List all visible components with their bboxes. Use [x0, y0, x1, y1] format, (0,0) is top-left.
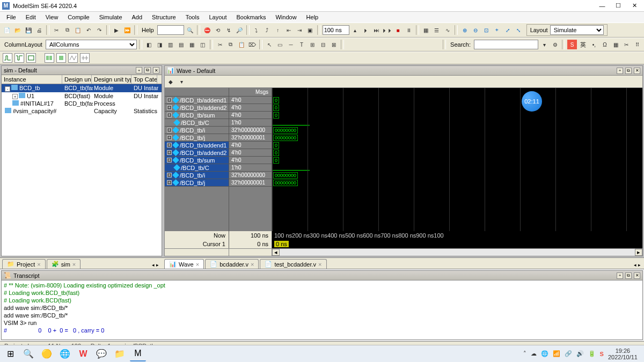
- tab-project[interactable]: 📁Project×: [2, 259, 46, 269]
- signal-row[interactable]: /BCD_tb/C: [165, 164, 229, 172]
- explorer-icon[interactable]: 📁: [112, 346, 128, 361]
- search-opt-icon[interactable]: ⚙: [550, 40, 560, 49]
- tb2-arrow-icon[interactable]: ↖: [265, 40, 274, 49]
- runall-icon[interactable]: ⏭: [372, 25, 382, 35]
- tb2-btn3[interactable]: ▥: [166, 40, 175, 49]
- continue-icon[interactable]: ▣: [305, 25, 315, 35]
- tb2-btn5[interactable]: ▦: [187, 40, 197, 49]
- scroll-track[interactable]: [280, 249, 635, 256]
- undo-icon[interactable]: ↶: [84, 25, 93, 35]
- wave-shape5-icon[interactable]: [56, 53, 66, 63]
- wave-hscroll[interactable]: ◂ ▸: [165, 248, 642, 256]
- close-icon[interactable]: ×: [251, 261, 254, 268]
- wave-tb-btn1[interactable]: ◆: [166, 77, 175, 86]
- expand-icon[interactable]: +: [167, 113, 172, 117]
- tb2-btn9[interactable]: 📋: [237, 40, 246, 49]
- tb2-more3-icon[interactable]: ⊠: [329, 40, 339, 49]
- paste-icon[interactable]: 📋: [73, 25, 83, 35]
- wave-shape4-icon[interactable]: [45, 53, 54, 63]
- columnlayout-select[interactable]: AllColumns: [46, 40, 137, 49]
- tab-sim[interactable]: 🧩sim×: [47, 259, 81, 269]
- menu-bookmarks[interactable]: Bookmarks: [232, 13, 270, 21]
- zoomcursor-icon[interactable]: ⌖: [492, 25, 502, 35]
- wave-shape3-icon[interactable]: [26, 53, 36, 63]
- tray-up-icon[interactable]: ˄: [523, 350, 526, 357]
- wave-shape6-icon[interactable]: [68, 53, 78, 63]
- tray-wifi-icon[interactable]: 📶: [553, 350, 560, 357]
- tab-testbcdadder[interactable]: 📄test_bcdadder.v×: [260, 259, 326, 269]
- layout-select[interactable]: Simulate: [550, 25, 604, 35]
- col-instance[interactable]: Instance: [2, 75, 62, 84]
- expand-icon[interactable]: +: [167, 150, 172, 155]
- tb2-btn1[interactable]: ◧: [144, 40, 154, 49]
- signal-row[interactable]: +/BCD_tb/addend1: [165, 97, 229, 104]
- menu-view[interactable]: View: [41, 13, 63, 21]
- ime-opt1-icon[interactable]: •,: [589, 40, 599, 49]
- scroll-left-icon[interactable]: ◂: [272, 249, 280, 256]
- sim-tree[interactable]: -BCD_tbBCD_tb(fast)ModuleDU Instanc+U1BC…: [2, 84, 162, 256]
- run-fwd-icon[interactable]: ⇥: [295, 25, 304, 35]
- wave-close-button[interactable]: ✕: [634, 68, 640, 74]
- wave-shape1-icon[interactable]: [3, 53, 12, 63]
- wave-canvas[interactable]: 00000000000000000000000000000000000000: [272, 88, 642, 231]
- app1-icon[interactable]: 🟡: [39, 346, 55, 361]
- close-icon[interactable]: ×: [196, 261, 199, 268]
- compile-icon[interactable]: ▶: [112, 25, 121, 35]
- tb2-btn8[interactable]: ⧉: [226, 40, 236, 49]
- zoom2-icon[interactable]: ⤢: [503, 25, 513, 35]
- list-icon[interactable]: ☰: [432, 25, 442, 35]
- close-icon[interactable]: ×: [37, 261, 40, 268]
- modelsim-taskbar-icon[interactable]: M: [130, 346, 146, 361]
- signal-row[interactable]: +/BCD_tb/sum: [165, 112, 229, 119]
- tray-cloud-icon[interactable]: ☁: [531, 350, 537, 357]
- expand-icon[interactable]: +: [167, 158, 172, 162]
- signal-row[interactable]: +/BCD_tb/sum: [165, 157, 229, 164]
- tab-wave[interactable]: 📊Wave×: [164, 259, 204, 269]
- sim-row[interactable]: -BCD_tbBCD_tb(fast)ModuleDU Instanc: [2, 84, 162, 92]
- wave-shape2-icon[interactable]: [14, 53, 24, 63]
- transcript-close-button[interactable]: ✕: [634, 272, 640, 279]
- transcript-body[interactable]: # ** Note: (vsim-8009) Loading existing …: [2, 280, 642, 339]
- tree-toggle-icon[interactable]: -: [5, 86, 10, 92]
- wave-icon[interactable]: ∿: [443, 25, 452, 35]
- col-dutype[interactable]: Design unit type: [92, 75, 131, 84]
- expand-icon[interactable]: +: [167, 105, 172, 110]
- tb2-more1-icon[interactable]: ⊞: [308, 40, 317, 49]
- minimize-button[interactable]: —: [595, 1, 610, 11]
- search-input[interactable]: [474, 40, 538, 49]
- expand-icon[interactable]: +: [167, 143, 172, 147]
- save-icon[interactable]: 💾: [24, 25, 33, 35]
- zoomfull-icon[interactable]: ⊡: [481, 25, 491, 35]
- signal-row[interactable]: +/BCD_tb/i: [165, 127, 229, 134]
- zoomin-icon[interactable]: ⊕: [460, 25, 470, 35]
- wps-icon[interactable]: W: [75, 346, 91, 361]
- break2-icon[interactable]: ⏸: [404, 25, 414, 35]
- restart-icon[interactable]: ⟲: [213, 25, 223, 35]
- menu-structure[interactable]: Structure: [148, 13, 180, 21]
- stepover-icon[interactable]: ⤴: [262, 25, 272, 35]
- col-du[interactable]: Design unit: [62, 75, 92, 84]
- menu-compile[interactable]: Compile: [63, 13, 93, 21]
- tray-vol-icon[interactable]: 🔊: [576, 350, 584, 357]
- wave-tb-btn2[interactable]: ▾: [177, 77, 186, 86]
- open-icon[interactable]: 📂: [13, 25, 23, 35]
- expand-icon[interactable]: +: [167, 98, 172, 102]
- sim-row[interactable]: +U1BCD(fast)ModuleDU Instanc: [2, 92, 162, 100]
- expand-icon[interactable]: +: [167, 135, 172, 140]
- search-taskbar-icon[interactable]: 🔍: [20, 346, 36, 361]
- transcript-add-button[interactable]: +: [617, 272, 623, 279]
- break-icon[interactable]: ⛔: [202, 25, 212, 35]
- tb2-btn6[interactable]: ◫: [198, 40, 208, 49]
- zoomout-icon[interactable]: ⊖: [471, 25, 480, 35]
- scroll-right-icon[interactable]: ▸: [635, 249, 642, 256]
- maximize-button[interactable]: ☐: [611, 1, 626, 11]
- compileall-icon[interactable]: ⏩: [122, 25, 132, 35]
- ime-opt3-icon[interactable]: ▦: [611, 40, 620, 49]
- close-button[interactable]: ✕: [627, 1, 642, 11]
- sim-row[interactable]: #INITIAL#17BCD_tb(fast)Process: [2, 100, 162, 107]
- signal-row[interactable]: +/BCD_tb/j: [165, 134, 229, 142]
- expand-icon[interactable]: +: [167, 173, 172, 178]
- close-icon[interactable]: ×: [72, 261, 76, 268]
- expand-icon[interactable]: +: [167, 180, 172, 185]
- col-topcat[interactable]: Top Categ: [131, 75, 157, 84]
